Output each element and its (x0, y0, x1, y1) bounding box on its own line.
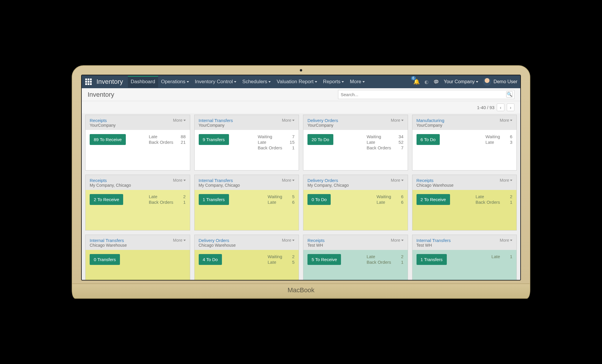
card-action-button[interactable]: 89 To Receive (90, 134, 126, 145)
card-action-button[interactable]: 0 To Do (307, 194, 331, 205)
stat-value[interactable]: 3 (505, 140, 512, 145)
user-menu[interactable]: Demo User (483, 78, 517, 86)
stat-label[interactable]: Waiting (268, 194, 282, 199)
nav-item-more[interactable]: More (347, 76, 368, 88)
stat-value[interactable]: 34 (397, 134, 404, 139)
stat-value[interactable]: 7 (287, 134, 295, 139)
card-title[interactable]: Delivery Orders (307, 118, 338, 123)
card-more-button[interactable]: More (282, 238, 295, 243)
card-title[interactable]: Delivery Orders (307, 178, 349, 183)
nav-item-schedulers[interactable]: Schedulers (239, 76, 274, 88)
stat-label[interactable]: Late (268, 260, 282, 265)
nav-item-inventory-control[interactable]: Inventory Control (192, 76, 239, 88)
stat-label[interactable]: Late (476, 194, 500, 199)
stat-value[interactable]: 5 (287, 194, 295, 199)
stat-value[interactable]: 1 (505, 200, 512, 205)
stat-label[interactable]: Back Orders (476, 200, 500, 205)
stat-label[interactable]: Late (377, 200, 391, 205)
stat-value[interactable]: 6 (397, 200, 404, 205)
card-action-button[interactable]: 2 To Receive (417, 194, 450, 205)
stat-value[interactable]: 1 (179, 200, 186, 205)
notifications-button[interactable]: 6 🔔 (413, 79, 420, 85)
stat-value[interactable]: 2 (287, 254, 295, 259)
search-icon[interactable]: 🔍 (506, 91, 513, 98)
card-more-button[interactable]: More (391, 238, 404, 243)
card-title[interactable]: Receipts (307, 238, 325, 243)
stat-value[interactable]: 6 (397, 194, 404, 199)
card-title[interactable]: Internal Transfers (417, 238, 451, 243)
stat-label[interactable]: Waiting (367, 134, 391, 139)
stat-value[interactable]: 6 (505, 134, 512, 139)
stat-value[interactable]: 6 (287, 200, 295, 205)
stat-value[interactable]: 2 (179, 194, 186, 199)
nav-item-reports[interactable]: Reports (320, 76, 347, 88)
card-title[interactable]: Receipts (90, 178, 131, 183)
stat-value[interactable]: 2 (397, 254, 404, 259)
card-title[interactable]: Internal Transfers (199, 118, 233, 123)
stat-label[interactable]: Late (491, 254, 500, 259)
dashboard-scroll[interactable]: ReceiptsYourCompanyMore89 To ReceiveLate… (82, 113, 520, 280)
help-icon[interactable]: ◐ (424, 79, 429, 85)
stat-label[interactable]: Back Orders (149, 200, 173, 205)
card-more-button[interactable]: More (282, 118, 295, 123)
nav-item-operations[interactable]: Operations (158, 76, 192, 88)
card-action-button[interactable]: 1 Transfers (417, 254, 447, 265)
stat-value[interactable]: 1 (397, 260, 404, 265)
card-action-button[interactable]: 4 To Do (199, 254, 222, 265)
stat-value[interactable]: 1 (287, 145, 295, 150)
pager-prev-button[interactable]: ‹ (497, 103, 504, 111)
company-selector[interactable]: Your Company (444, 79, 478, 84)
card-more-button[interactable]: More (500, 178, 512, 183)
stat-label[interactable]: Late (149, 194, 173, 199)
stat-label[interactable]: Back Orders (367, 260, 391, 265)
card-more-button[interactable]: More (391, 118, 404, 123)
messages-icon[interactable]: 💬 (433, 79, 439, 85)
card-action-button[interactable]: 9 Transfers (199, 134, 229, 145)
stat-label[interactable]: Waiting (377, 194, 391, 199)
card-more-button[interactable]: More (500, 118, 512, 123)
card-more-button[interactable]: More (173, 118, 186, 123)
stat-label[interactable]: Back Orders (367, 145, 391, 150)
stat-value[interactable]: 1 (505, 254, 512, 259)
stat-value[interactable]: 88 (179, 134, 186, 139)
card-more-button[interactable]: More (173, 238, 186, 243)
card-more-button[interactable]: More (391, 178, 404, 183)
stat-label[interactable]: Late (149, 134, 173, 139)
stat-label[interactable]: Late (258, 140, 282, 145)
nav-item-valuation-report[interactable]: Valuation Report (274, 76, 320, 88)
stat-label[interactable]: Late (367, 140, 391, 145)
stat-value[interactable]: 21 (179, 140, 186, 145)
card-action-button[interactable]: 5 To Receive (307, 254, 341, 265)
stat-label[interactable]: Late (268, 200, 282, 205)
card-action-button[interactable]: 20 To Do (307, 134, 333, 145)
stat-value[interactable]: 15 (287, 140, 295, 145)
card-action-button[interactable]: 6 To Do (417, 134, 440, 145)
stat-value[interactable]: 5 (287, 260, 295, 265)
card-more-button[interactable]: More (282, 178, 295, 183)
card-more-button[interactable]: More (173, 178, 186, 183)
card-more-button[interactable]: More (500, 238, 512, 243)
card-action-button[interactable]: 1 Transfers (199, 194, 229, 205)
stat-label[interactable]: Waiting (486, 134, 500, 139)
stat-label[interactable]: Late (486, 140, 500, 145)
pager-next-button[interactable]: › (507, 103, 514, 111)
card-title[interactable]: Receipts (417, 178, 454, 183)
apps-icon[interactable] (85, 78, 92, 86)
search-input[interactable] (338, 90, 514, 99)
stat-value[interactable]: 52 (397, 140, 404, 145)
nav-item-dashboard[interactable]: Dashboard (128, 76, 158, 88)
card-title[interactable]: Internal Transfers (90, 238, 127, 243)
stat-label[interactable]: Waiting (258, 134, 282, 139)
stat-label[interactable]: Late (367, 254, 391, 259)
stat-value[interactable]: 2 (505, 194, 512, 199)
card-title[interactable]: Manufacturing (417, 118, 444, 123)
card-title[interactable]: Receipts (90, 118, 116, 123)
stat-label[interactable]: Back Orders (149, 140, 173, 145)
card-title[interactable]: Delivery Orders (199, 238, 236, 243)
card-action-button[interactable]: 2 To Receive (90, 194, 123, 205)
card-title[interactable]: Internal Transfers (199, 178, 240, 183)
stat-label[interactable]: Waiting (268, 254, 282, 259)
stat-label[interactable]: Back Orders (258, 145, 282, 150)
card-action-button[interactable]: 0 Transfers (90, 254, 120, 265)
stat-value[interactable]: 7 (397, 145, 404, 150)
